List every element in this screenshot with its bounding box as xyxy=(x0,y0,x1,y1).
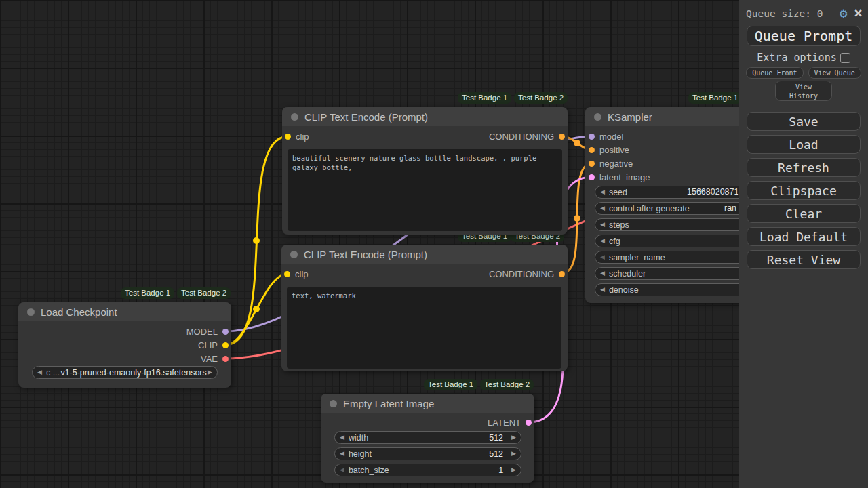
view-queue-button[interactable]: View Queue xyxy=(808,67,861,79)
decrement-icon[interactable]: ◀ xyxy=(340,434,344,441)
clip-slot-icon[interactable] xyxy=(222,342,229,348)
model-slot-icon[interactable] xyxy=(222,329,229,335)
widget-label: batch_size xyxy=(349,466,498,475)
slot-label: LATENT xyxy=(488,418,521,428)
node-load-checkpoint[interactable]: Load Checkpoint MODEL CLIP VAE ◀ c ... v… xyxy=(18,302,231,388)
prompt-textarea[interactable]: text, watermark xyxy=(287,287,561,369)
output-slot-clip[interactable]: CLIP xyxy=(198,339,229,351)
node-badge: Test Badge 1 xyxy=(121,287,174,299)
clip-slot-icon[interactable] xyxy=(284,271,290,277)
increment-icon[interactable]: ▶ xyxy=(511,451,516,457)
slot-label: CLIP xyxy=(198,340,218,350)
decrement-icon[interactable]: ◀ xyxy=(600,254,605,260)
wire-clip-1 xyxy=(225,136,288,345)
decrement-icon[interactable]: ◀ xyxy=(600,222,605,228)
collapse-dot-icon[interactable] xyxy=(594,113,601,121)
widget-value: 512 xyxy=(489,449,503,459)
input-slot-clip[interactable]: clip xyxy=(285,130,309,142)
decrement-icon[interactable]: ◀ xyxy=(340,467,344,473)
node-clip-text-encode-1[interactable]: CLIP Text Encode (Prompt) clip CONDITION… xyxy=(282,107,568,235)
ckpt-name-value: v1-5-pruned-emaonly-fp16.safetensors xyxy=(60,368,208,378)
widget-label: c ... xyxy=(46,368,60,378)
input-slot-positive[interactable]: positive xyxy=(589,144,629,156)
increment-icon[interactable]: ▶ xyxy=(511,467,516,473)
widget-value: 512 xyxy=(489,433,503,443)
decrement-icon[interactable]: ◀ xyxy=(600,189,605,195)
decrement-icon[interactable]: ◀ xyxy=(340,451,344,457)
batch-size-widget[interactable]: ◀ batch_size 1 ▶ xyxy=(334,464,521,476)
input-slot-clip[interactable]: clip xyxy=(284,268,309,280)
close-icon[interactable]: × xyxy=(854,7,863,20)
extra-options-label: Extra options xyxy=(757,52,836,64)
menu-panel: Queue size: 0 ⚙ × Queue Prompt Extra opt… xyxy=(739,0,868,488)
decrement-icon[interactable]: ◀ xyxy=(600,287,605,293)
conditioning-slot-icon[interactable] xyxy=(589,161,595,167)
node-title-bar[interactable]: Load Checkpoint xyxy=(18,302,231,321)
node-title: Load Checkpoint xyxy=(41,306,117,318)
load-button[interactable]: Load xyxy=(747,135,861,154)
widget-value: 1 xyxy=(498,466,503,475)
node-title-bar[interactable]: Empty Latent Image xyxy=(321,394,534,413)
slot-label: negative xyxy=(599,159,633,169)
node-title: KSampler xyxy=(608,111,652,123)
prompt-textarea[interactable]: beautiful scenery nature glass bottle la… xyxy=(288,149,562,231)
queue-front-button[interactable]: Queue Front xyxy=(746,67,803,79)
node-badge: Test Badge 1 xyxy=(688,92,742,104)
slot-label: latent_image xyxy=(599,172,650,182)
widget-label: width xyxy=(349,433,489,443)
latent-slot-icon[interactable] xyxy=(526,420,532,426)
collapse-dot-icon[interactable] xyxy=(290,251,298,258)
graph-canvas[interactable]: Test Badge 1 Test Badge 2 Test Badge 1 T… xyxy=(0,0,868,488)
widget-label: height xyxy=(349,449,489,459)
decrement-icon[interactable]: ◀ xyxy=(600,238,605,244)
decrement-icon[interactable]: ◀ xyxy=(37,369,42,375)
width-widget[interactable]: ◀ width 512 ▶ xyxy=(334,431,521,444)
output-slot-latent[interactable]: LATENT xyxy=(488,416,532,428)
node-title: CLIP Text Encode (Prompt) xyxy=(304,249,427,260)
decrement-icon[interactable]: ◀ xyxy=(600,270,605,277)
wire-midpoint-dot xyxy=(253,237,260,244)
save-button[interactable]: Save xyxy=(747,112,861,131)
node-title: Empty Latent Image xyxy=(343,398,434,409)
input-slot-negative[interactable]: negative xyxy=(589,157,633,169)
output-slot-conditioning[interactable]: CONDITIONING xyxy=(489,130,565,142)
reset-view-button[interactable]: Reset View xyxy=(747,250,861,269)
queue-prompt-button[interactable]: Queue Prompt xyxy=(747,26,861,46)
increment-icon[interactable]: ▶ xyxy=(208,369,212,375)
settings-gear-icon[interactable]: ⚙ xyxy=(840,7,847,20)
clear-button[interactable]: Clear xyxy=(747,204,861,223)
collapse-dot-icon[interactable] xyxy=(291,113,298,121)
input-slot-model[interactable]: model xyxy=(589,130,623,142)
conditioning-slot-icon[interactable] xyxy=(559,134,565,140)
increment-icon[interactable]: ▶ xyxy=(511,434,516,441)
refresh-button[interactable]: Refresh xyxy=(747,158,861,177)
wire-clip-2 xyxy=(225,274,288,345)
clip-slot-icon[interactable] xyxy=(285,134,291,140)
collapse-dot-icon[interactable] xyxy=(27,308,35,316)
node-title-bar[interactable]: CLIP Text Encode (Prompt) xyxy=(281,245,568,264)
node-badge: Test Badge 2 xyxy=(480,379,534,390)
clipspace-button[interactable]: Clipspace xyxy=(747,181,861,200)
slot-label: clip xyxy=(295,269,309,279)
node-clip-text-encode-2[interactable]: CLIP Text Encode (Prompt) clip CONDITION… xyxy=(281,245,568,371)
latent-slot-icon[interactable] xyxy=(589,174,595,180)
input-slot-latent-image[interactable]: latent_image xyxy=(589,171,650,183)
extra-options-checkbox[interactable] xyxy=(840,53,850,63)
model-slot-icon[interactable] xyxy=(589,134,595,140)
conditioning-slot-icon[interactable] xyxy=(559,271,565,277)
output-slot-model[interactable]: MODEL xyxy=(186,325,229,338)
vae-slot-icon[interactable] xyxy=(222,356,229,362)
node-empty-latent-image[interactable]: Empty Latent Image LATENT ◀ width 512 ▶ … xyxy=(321,394,534,483)
collapse-dot-icon[interactable] xyxy=(330,400,337,407)
node-badge: Test Badge 1 xyxy=(458,92,511,104)
output-slot-conditioning[interactable]: CONDITIONING xyxy=(489,268,565,280)
ckpt-name-combo[interactable]: ◀ c ... v1-5-pruned-emaonly-fp16.safeten… xyxy=(32,366,218,379)
height-widget[interactable]: ◀ height 512 ▶ xyxy=(334,447,521,460)
load-default-button[interactable]: Load Default xyxy=(747,227,861,246)
view-history-button[interactable]: View History xyxy=(775,81,832,101)
decrement-icon[interactable]: ◀ xyxy=(600,205,605,211)
wire-midpoint-dot xyxy=(574,140,580,146)
node-title-bar[interactable]: CLIP Text Encode (Prompt) xyxy=(282,107,568,126)
output-slot-vae[interactable]: VAE xyxy=(201,352,229,365)
conditioning-slot-icon[interactable] xyxy=(589,147,595,153)
